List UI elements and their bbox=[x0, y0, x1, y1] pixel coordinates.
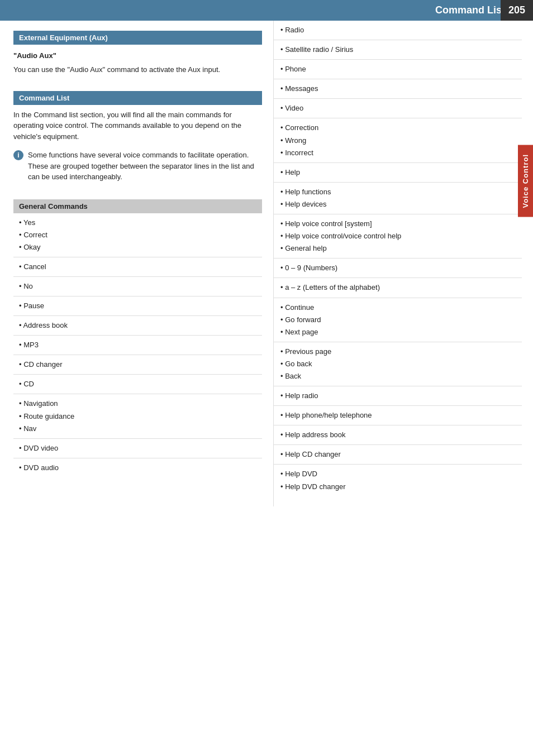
right-row-correction: Correction Wrong Incorrect bbox=[274, 118, 522, 162]
cmd-numbers: 0 – 9 (Numbers) bbox=[280, 262, 516, 274]
audio-aux-subheader: "Audio Aux" bbox=[13, 49, 262, 62]
cmd-group-addressbook: Address book bbox=[13, 316, 262, 336]
right-row-radio: Radio bbox=[274, 21, 522, 40]
left-column: External Equipment (Aux) "Audio Aux" You… bbox=[0, 21, 274, 506]
cmd-group-no: No bbox=[13, 277, 262, 296]
header-title: Command List bbox=[435, 4, 505, 16]
command-list-description: In the Command list section, you will fi… bbox=[13, 109, 262, 142]
general-commands-list: Yes Correct Okay Cancel No Pause Address… bbox=[13, 213, 262, 477]
external-equipment-header: External Equipment (Aux) bbox=[13, 31, 262, 45]
cmd-previous-page: Previous page bbox=[280, 346, 516, 358]
cmd-help-phone: Help phone/help telephone bbox=[280, 409, 516, 422]
cmd-radio: Radio bbox=[280, 24, 516, 36]
right-row-phone: Phone bbox=[274, 60, 522, 79]
right-row-help-functions: Help functions Help devices bbox=[274, 183, 522, 214]
cmd-nav: Nav bbox=[19, 423, 256, 435]
cmd-address-book: Address book bbox=[19, 319, 256, 332]
cmd-messages: Messages bbox=[280, 83, 516, 95]
cmd-mp3: MP3 bbox=[19, 339, 256, 351]
cmd-group-navigation: Navigation Route guidance Nav bbox=[13, 394, 262, 438]
cmd-navigation: Navigation bbox=[19, 398, 256, 410]
cmd-cd: CD bbox=[19, 378, 256, 390]
cmd-help-cd-changer: Help CD changer bbox=[280, 448, 516, 461]
cmd-dvd-audio: DVD audio bbox=[19, 462, 256, 474]
cmd-group-pause: Pause bbox=[13, 296, 262, 316]
cmd-group-dvdvideo: DVD video bbox=[13, 439, 262, 458]
cmd-go-forward: Go forward bbox=[280, 314, 516, 326]
cmd-group-cd: CD bbox=[13, 375, 262, 394]
cmd-pause: Pause bbox=[19, 300, 256, 312]
cmd-general-help: General help bbox=[280, 242, 516, 255]
info-icon: i bbox=[13, 150, 23, 160]
command-list-header: Command List bbox=[13, 91, 262, 105]
cmd-correct: Correct bbox=[19, 229, 256, 241]
right-row-letters: a – z (Letters of the alphabet) bbox=[274, 278, 522, 298]
cmd-letters: a – z (Letters of the alphabet) bbox=[280, 281, 516, 294]
cmd-cd-changer: CD changer bbox=[19, 358, 256, 371]
cmd-help-functions: Help functions bbox=[280, 186, 516, 198]
cmd-help-dvd-changer: Help DVD changer bbox=[280, 481, 516, 493]
right-row-help-cd-changer: Help CD changer bbox=[274, 445, 522, 465]
cmd-group-dvdaudio: DVD audio bbox=[13, 458, 262, 477]
right-column: Radio Satellite radio / Sirius Phone Mes… bbox=[274, 21, 533, 506]
cmd-no: No bbox=[19, 280, 256, 293]
side-tab-voice-control: Voice Control bbox=[518, 145, 533, 217]
page-header: Command List 205 bbox=[0, 0, 533, 21]
cmd-phone: Phone bbox=[280, 63, 516, 75]
cmd-incorrect: Incorrect bbox=[280, 147, 516, 159]
right-row-messages: Messages bbox=[274, 79, 522, 99]
cmd-group-cancel: Cancel bbox=[13, 257, 262, 277]
cmd-next-page: Next page bbox=[280, 326, 516, 338]
cmd-okay: Okay bbox=[19, 241, 256, 253]
cmd-help-voice-control-help: Help voice control/voice control help bbox=[280, 230, 516, 242]
cmd-correction: Correction bbox=[280, 122, 516, 134]
cmd-help-address-book: Help address book bbox=[280, 429, 516, 441]
cmd-help-dvd: Help DVD bbox=[280, 468, 516, 480]
cmd-group-mp3: MP3 bbox=[13, 336, 262, 355]
right-row-satellite: Satellite radio / Sirius bbox=[274, 40, 522, 60]
cmd-yes: Yes bbox=[19, 217, 256, 229]
cmd-group-yes: Yes Correct Okay bbox=[13, 213, 262, 257]
right-row-help-voice-control: Help voice control [system] Help voice c… bbox=[274, 214, 522, 259]
cmd-cancel: Cancel bbox=[19, 261, 256, 273]
cmd-help: Help bbox=[280, 166, 516, 179]
right-row-help-phone: Help phone/help telephone bbox=[274, 406, 522, 425]
right-row-video: Video bbox=[274, 99, 522, 118]
cmd-wrong: Wrong bbox=[280, 135, 516, 147]
cmd-go-back: Go back bbox=[280, 358, 516, 370]
cmd-dvd-video: DVD video bbox=[19, 442, 256, 454]
cmd-help-voice-control-system: Help voice control [system] bbox=[280, 218, 516, 230]
cmd-video: Video bbox=[280, 102, 516, 114]
cmd-continue: Continue bbox=[280, 302, 516, 314]
info-box: i Some functions have several voice comm… bbox=[13, 150, 262, 183]
cmd-route-guidance: Route guidance bbox=[19, 410, 256, 423]
right-row-help: Help bbox=[274, 163, 522, 183]
right-row-help-dvd: Help DVD Help DVD changer bbox=[274, 465, 522, 496]
general-commands-header: General Commands bbox=[13, 199, 262, 213]
page-number: 205 bbox=[501, 0, 533, 21]
right-row-continue: Continue Go forward Next page bbox=[274, 298, 522, 342]
cmd-satellite: Satellite radio / Sirius bbox=[280, 44, 516, 56]
info-note: Some functions have several voice comman… bbox=[28, 150, 262, 183]
right-row-numbers: 0 – 9 (Numbers) bbox=[274, 259, 522, 278]
main-content: External Equipment (Aux) "Audio Aux" You… bbox=[0, 21, 533, 506]
audio-aux-description: You can use the "Audio Aux" command to a… bbox=[13, 64, 262, 75]
cmd-back: Back bbox=[280, 370, 516, 382]
right-row-help-address-book: Help address book bbox=[274, 425, 522, 445]
cmd-group-cdchanger: CD changer bbox=[13, 355, 262, 375]
right-row-back: Previous page Go back Back bbox=[274, 342, 522, 386]
right-row-help-radio: Help radio bbox=[274, 386, 522, 406]
cmd-help-devices: Help devices bbox=[280, 198, 516, 210]
cmd-help-radio: Help radio bbox=[280, 390, 516, 402]
